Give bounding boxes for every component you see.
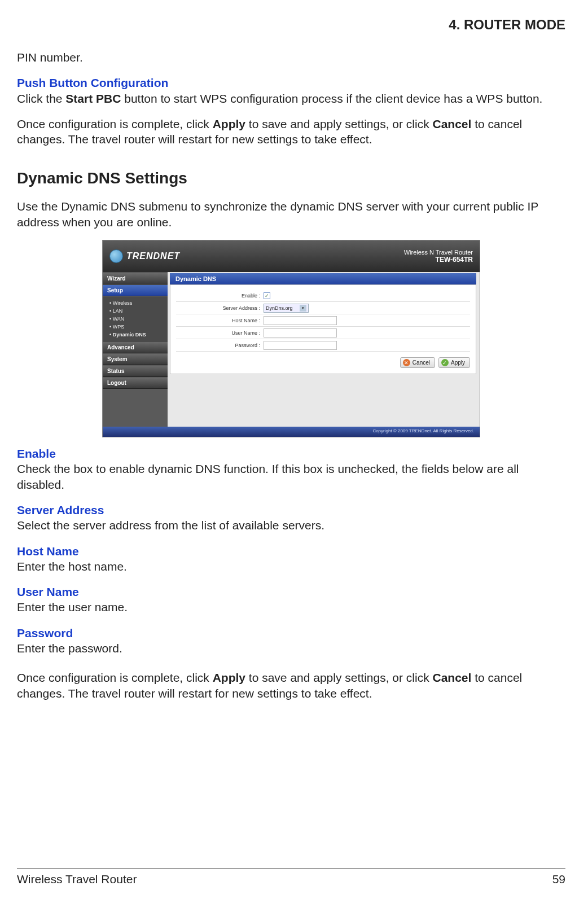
apply1-b1: Apply	[213, 117, 245, 130]
apply1-b2: Cancel	[433, 117, 472, 130]
page-number: 59	[552, 873, 565, 886]
enable-checkbox[interactable]: ✓	[264, 292, 270, 299]
pbc-bold: Start PBC	[65, 92, 121, 105]
host-t: Enter the host name.	[17, 560, 127, 573]
nav-setup[interactable]: Setup	[103, 285, 168, 296]
brand-text: TRENDNET	[126, 251, 180, 261]
pbc-text-pre: Click the	[17, 92, 65, 105]
pbc-section: Push Button Configuration Click the Star…	[17, 75, 565, 106]
label-server: Server Address :	[176, 305, 264, 311]
user-section: User Name Enter the user name.	[17, 584, 565, 615]
subnav-wps[interactable]: WPS	[103, 323, 168, 331]
server-value: DynDns.org	[266, 305, 293, 311]
ddns-intro: Use the Dynamic DNS submenu to synchroni…	[17, 199, 565, 230]
apply-button[interactable]: ✓ Apply	[438, 357, 470, 368]
panel-title: Dynamic DNS	[170, 273, 476, 284]
nav-advanced[interactable]: Advanced	[103, 342, 168, 353]
check-icon: ✓	[441, 359, 449, 366]
label-enable: Enable :	[176, 293, 264, 299]
label-user: User Name :	[176, 330, 264, 336]
nav-wizard[interactable]: Wizard	[103, 273, 168, 284]
router-ui-screenshot: TRENDNET Wireless N Travel Router TEW-65…	[102, 240, 480, 437]
server-h: Server Address	[17, 503, 104, 516]
server-section: Server Address Select the server address…	[17, 502, 565, 533]
setup-submenu: Wireless LAN WAN WPS Dynamic DNS	[103, 297, 168, 342]
nav-system[interactable]: System	[103, 354, 168, 365]
nav-status[interactable]: Status	[103, 366, 168, 377]
page-footer: Wireless Travel Router 59	[17, 869, 565, 886]
pass-t: Enter the password.	[17, 642, 122, 655]
footer-title: Wireless Travel Router	[17, 873, 137, 886]
pbc-heading: Push Button Configuration	[17, 76, 168, 89]
ss-copyright: Copyright © 2009 TRENDnet. All Rights Re…	[103, 427, 480, 437]
enable-h: Enable	[17, 447, 56, 460]
apply2-pre: Once configuration is complete, click	[17, 671, 213, 684]
subnav-wireless[interactable]: Wireless	[103, 299, 168, 307]
server-t: Select the server address from the list …	[17, 519, 324, 532]
cancel-button[interactable]: ✕ Cancel	[400, 357, 435, 368]
chapter-header: 4. ROUTER MODE	[17, 17, 565, 33]
host-section: Host Name Enter the host name.	[17, 543, 565, 575]
product-line: Wireless N Travel Router	[404, 249, 473, 256]
pass-input[interactable]	[264, 341, 337, 350]
host-input[interactable]	[264, 316, 337, 325]
ss-header: TRENDNET Wireless N Travel Router TEW-65…	[103, 240, 480, 272]
apply2-mid: to save and apply settings, or click	[245, 671, 433, 684]
nav-logout[interactable]: Logout	[103, 378, 168, 389]
brand-logo: TRENDNET	[109, 249, 180, 263]
apply2-b2: Cancel	[433, 671, 472, 684]
server-select[interactable]: DynDns.org ▾	[264, 304, 309, 313]
sidebar: Wizard Setup Wireless LAN WAN WPS Dynami…	[103, 272, 168, 427]
pass-h: Password	[17, 626, 73, 639]
label-pass: Password :	[176, 343, 264, 348]
apply-note-1: Once configuration is complete, click Ap…	[17, 116, 565, 147]
pin-continuation: PIN number.	[17, 50, 565, 65]
subnav-lan[interactable]: LAN	[103, 307, 168, 315]
apply2-b1: Apply	[213, 671, 245, 684]
apply-note-2: Once configuration is complete, click Ap…	[17, 670, 565, 701]
apply1-pre: Once configuration is complete, click	[17, 117, 213, 130]
enable-section: Enable Check the box to enable dynamic D…	[17, 446, 565, 492]
apply1-mid: to save and apply settings, or click	[245, 117, 433, 130]
x-icon: ✕	[403, 359, 410, 366]
host-h: Host Name	[17, 545, 79, 558]
product-model: TEW-654TR	[404, 256, 473, 264]
enable-t: Check the box to enable dynamic DNS func…	[17, 462, 519, 490]
cancel-label: Cancel	[413, 360, 430, 366]
subnav-wan[interactable]: WAN	[103, 315, 168, 323]
user-input[interactable]	[264, 328, 337, 337]
chevron-down-icon: ▾	[300, 305, 306, 312]
pbc-text-post: button to start WPS configuration proces…	[121, 92, 542, 105]
label-host: Host Name :	[176, 318, 264, 323]
product-label: Wireless N Travel Router TEW-654TR	[404, 249, 473, 263]
globe-icon	[109, 249, 123, 263]
subnav-ddns[interactable]: Dynamic DNS	[103, 331, 168, 339]
user-t: Enter the user name.	[17, 600, 128, 613]
ddns-form: Enable : ✓ Server Address : DynDns.org ▾	[170, 284, 476, 374]
apply-label: Apply	[451, 360, 465, 366]
main-panel: Dynamic DNS Enable : ✓ Server Address : …	[168, 272, 480, 427]
pass-section: Password Enter the password.	[17, 625, 565, 656]
ddns-heading: Dynamic DNS Settings	[17, 169, 565, 187]
user-h: User Name	[17, 585, 79, 598]
